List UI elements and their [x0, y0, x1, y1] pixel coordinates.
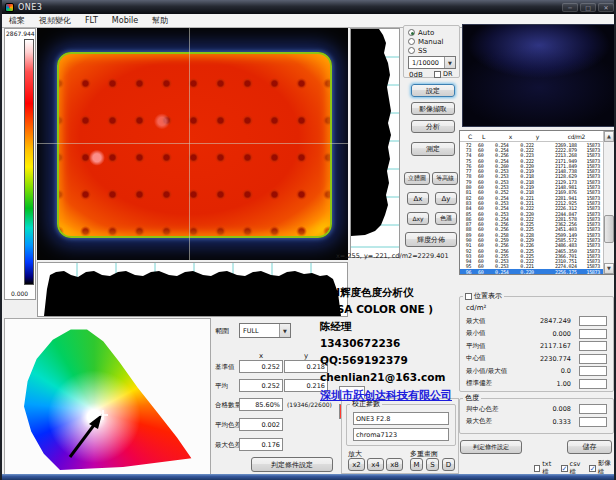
unit-label: cd/m² — [466, 304, 486, 312]
table-header-cell: x — [488, 133, 515, 140]
stat-row-0: 最大值2847.249 — [460, 315, 615, 328]
table-cell: 15873 — [580, 269, 603, 275]
table-row[interactable]: 96600.2540.2202256.17515873 — [460, 269, 603, 274]
contour-button[interactable]: 等高線 — [432, 172, 458, 185]
stat-result-box — [579, 329, 607, 339]
checkbox-icon: ✓ — [561, 465, 568, 472]
view-3d-button[interactable]: 立體圖 — [404, 172, 430, 185]
maximize-icon[interactable]: □ — [580, 3, 596, 12]
table-header-cell: C — [460, 133, 475, 140]
multi-screen-s-button[interactable]: S — [426, 458, 439, 471]
col-x-header: x — [259, 352, 263, 360]
stat-label: 中心值 — [466, 354, 486, 363]
stat-value: 0.000 — [552, 330, 571, 338]
stat-label: 平均值 — [466, 342, 486, 351]
zoom-x4-button[interactable]: x4 — [367, 458, 384, 471]
judge-condition-button-right[interactable]: 判定條件設定 — [460, 440, 522, 454]
avg-diff-label: 平均色差 — [215, 421, 241, 430]
table-header-cell: y — [515, 133, 542, 140]
table-header-cell: L — [475, 133, 488, 140]
measure-button[interactable]: 測定 — [411, 142, 455, 156]
checkbox-icon: ✓ — [589, 465, 596, 472]
zoom-x2-button[interactable]: x2 — [348, 458, 365, 471]
range-select[interactable]: FULL ▼ — [239, 323, 291, 338]
range-row-x-value: 0.252 — [239, 360, 283, 373]
analyze-button[interactable]: 分析 — [411, 120, 455, 133]
scrollbar-thumb[interactable] — [604, 215, 614, 243]
company-link[interactable]: 深圳市跃创达科技有限公司 — [320, 388, 452, 403]
calibration-field-1[interactable]: ONE3 F2.8 — [353, 412, 449, 425]
color-temp-button[interactable]: 色溫 — [435, 212, 457, 225]
max-diff-label: 最大色差 — [215, 441, 241, 450]
delta-x-button[interactable]: Δx — [407, 192, 429, 205]
table-header-cell: cd/m2 — [542, 133, 588, 140]
menu-item-0[interactable]: 檔案 — [2, 14, 32, 28]
luminance-dist-button[interactable]: 輝度分佈 — [405, 232, 457, 247]
contact-info: ccd辉度色度分析仪(RISA COLOR ONE )陈经理1343067223… — [320, 286, 452, 403]
stat-row-5: 標準偏差1.00 — [460, 378, 615, 391]
radio-auto[interactable]: Auto — [408, 28, 434, 37]
radio-manual[interactable]: Manual — [408, 37, 443, 46]
exposure-group: Auto Manual SS 1/10000 ▼ 0dB DR — [403, 25, 460, 78]
close-icon[interactable]: ✕ — [598, 3, 614, 12]
contact-line-4: QQ:569192379 — [320, 354, 452, 371]
range-row-label: 基準值 — [215, 363, 235, 372]
contact-line-5: chenlian21@163.com — [320, 371, 452, 388]
stat-row-1: 最小值0.000 — [460, 328, 615, 341]
calibration-field-2[interactable]: chroma7123 — [353, 428, 449, 441]
title-bar[interactable]: ONE3 ─ □ ✕ — [2, 0, 616, 14]
menu-item-3[interactable]: Mobile — [105, 14, 145, 28]
menu-item-1[interactable]: 視頻變化 — [32, 14, 78, 28]
scroll-up-icon[interactable]: ▲ — [604, 131, 614, 142]
stat-label: 標準偏差 — [466, 379, 492, 388]
table-cell: 2256.175 — [537, 269, 580, 275]
dr-checkbox[interactable]: DR — [434, 70, 453, 78]
table-cell: 96 — [460, 269, 474, 275]
minimize-icon[interactable]: ─ — [562, 3, 578, 12]
window-bottom-border — [2, 474, 616, 480]
multi-screen-d-button[interactable]: D — [442, 458, 455, 471]
delta-y-button[interactable]: Δy — [435, 192, 457, 205]
heatmap-panel-blob — [57, 52, 332, 238]
crosshair-vertical[interactable] — [189, 28, 190, 260]
calibration-panel: 校正參數 ONE3 F2.8 chroma7123 放大 x2x4x8 多重畫面… — [341, 398, 459, 474]
checkbox-icon — [465, 293, 472, 300]
stat-result-box — [579, 379, 607, 389]
multi-screen-m-button[interactable]: M — [410, 458, 423, 471]
stat-value: 0.0 — [561, 367, 571, 375]
set-button[interactable]: 設定 — [411, 84, 455, 97]
capture-button[interactable]: 影像擷取 — [411, 102, 455, 115]
scroll-down-icon[interactable]: ▼ — [604, 263, 614, 274]
crosshair-horizontal[interactable] — [37, 143, 348, 144]
stat-row-3: 中心值2230.774 — [460, 353, 615, 366]
chroma-label: 最大色差 — [466, 417, 492, 426]
stat-result-box — [579, 316, 607, 326]
vertical-profile-plot — [350, 28, 400, 258]
stat-label: 最大值 — [466, 317, 486, 326]
stat-row-2: 平均值2117.167 — [460, 340, 615, 353]
menu-item-4[interactable]: 幫助 — [145, 14, 175, 28]
chevron-down-icon: ▼ — [279, 324, 290, 337]
shutter-select[interactable]: 1/10000 ▼ — [408, 56, 456, 69]
delta-xy-button[interactable]: Δxy — [407, 212, 429, 225]
radio-manual-icon — [408, 38, 415, 45]
cie-diagram-panel — [4, 318, 211, 476]
stat-label: 最小值/最大值 — [466, 367, 507, 376]
camera-preview-image[interactable] — [462, 24, 616, 127]
chroma-row-1: 最大色差0.333 — [460, 416, 615, 429]
menu-item-2[interactable]: FLT — [78, 14, 105, 28]
luminance-heatmap[interactable] — [37, 28, 348, 260]
measurement-table[interactable]: CLxycd/m2K 72600.2540.2222269.1881587373… — [459, 130, 615, 275]
range-panel: 範圍 FULL ▼ x y 基準值0.2520.218平均0.2520.216 … — [211, 318, 338, 476]
position-display-checkbox[interactable]: 位置表示 — [463, 291, 504, 301]
save-button[interactable]: 儲存 — [567, 440, 612, 454]
stat-label: 最小值 — [466, 329, 486, 338]
table-scrollbar[interactable]: ▲ ▼ — [603, 131, 614, 274]
radio-ss[interactable]: SS — [408, 46, 427, 55]
chroma-value: 0.333 — [552, 418, 571, 426]
chroma-label: 與中心色差 — [466, 405, 499, 414]
judge-condition-button-left[interactable]: 判定條件設定 — [251, 457, 333, 472]
colorbar-gradient — [24, 39, 34, 285]
pass-count-value: 85.60% — [239, 398, 283, 411]
zoom-x8-button[interactable]: x8 — [386, 458, 403, 471]
